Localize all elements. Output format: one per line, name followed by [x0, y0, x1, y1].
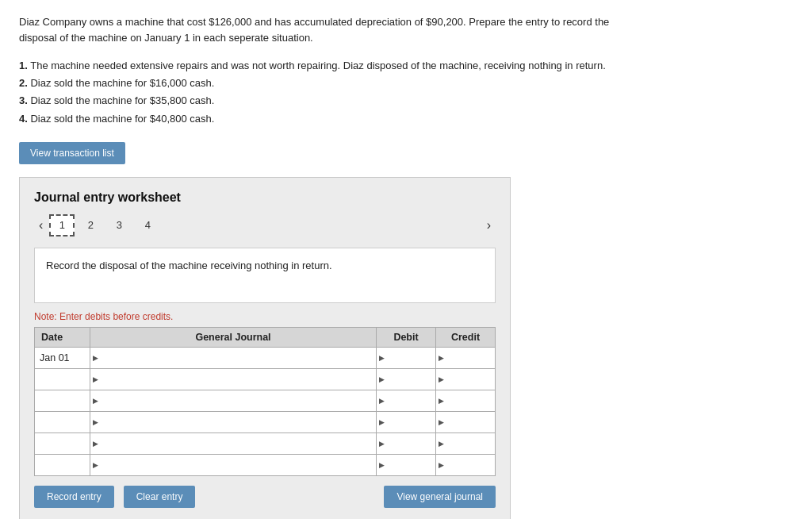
journal-table: Date General Journal Debit Credit Jan 01… — [34, 327, 496, 476]
credit-cell[interactable]: ▶ — [436, 411, 496, 432]
table-row: ▶▶▶ — [35, 411, 496, 432]
table-row: ▶▶▶ — [35, 368, 496, 390]
clear-entry-button[interactable]: Clear entry — [124, 486, 196, 508]
note-text: Note: Enter debits before credits. — [34, 311, 496, 322]
record-entry-button[interactable]: Record entry — [34, 486, 114, 508]
date-cell — [35, 454, 90, 475]
arrow-icon: ▶ — [90, 354, 100, 362]
debit-cell[interactable]: ▶ — [377, 454, 436, 475]
situation-2: 2. Diaz sold the machine for $16,000 cas… — [19, 75, 793, 92]
arrow-icon: ▶ — [90, 418, 100, 426]
table-row: ▶▶▶ — [35, 432, 496, 454]
situation-4: 4. Diaz sold the machine for $40,800 cas… — [19, 110, 793, 128]
credit-cell[interactable]: ▶ — [436, 390, 496, 411]
header-debit: Debit — [377, 327, 436, 347]
header-credit: Credit — [436, 327, 496, 347]
general-journal-input[interactable] — [100, 348, 376, 368]
general-journal-input[interactable] — [100, 433, 376, 454]
situations-list: 1. The machine needed extensive repairs … — [19, 57, 793, 127]
debit-cell[interactable]: ▶ — [377, 411, 436, 432]
situation-3: 3. Diaz sold the machine for $35,800 cas… — [19, 92, 793, 110]
debit-input[interactable] — [385, 455, 435, 475]
debit-arrow-icon: ▶ — [377, 397, 385, 405]
debit-input[interactable] — [385, 412, 435, 432]
credit-arrow-icon: ▶ — [436, 354, 444, 362]
credit-cell[interactable]: ▶ — [436, 347, 496, 368]
credit-input[interactable] — [444, 369, 495, 390]
credit-cell[interactable]: ▶ — [436, 368, 496, 390]
instruction-box: Record the disposal of the machine recei… — [34, 248, 496, 303]
journal-cell[interactable]: ▶ — [90, 411, 377, 432]
table-row: Jan 01▶▶▶ — [35, 347, 496, 368]
debit-input[interactable] — [385, 369, 435, 390]
debit-arrow-icon: ▶ — [377, 375, 385, 383]
credit-input[interactable] — [444, 455, 495, 475]
tab-1[interactable]: 1 — [49, 214, 75, 236]
credit-arrow-icon: ▶ — [436, 375, 444, 383]
debit-arrow-icon: ▶ — [377, 461, 385, 469]
table-row: ▶▶▶ — [35, 454, 496, 475]
credit-arrow-icon: ▶ — [436, 461, 444, 469]
tab-2[interactable]: 2 — [78, 214, 103, 236]
general-journal-input[interactable] — [100, 390, 376, 411]
journal-cell[interactable]: ▶ — [90, 454, 377, 475]
tab-3[interactable]: 3 — [106, 214, 132, 236]
instruction-text: Record the disposal of the machine recei… — [46, 260, 332, 271]
credit-input[interactable] — [444, 412, 495, 432]
credit-arrow-icon: ▶ — [436, 440, 444, 448]
debit-arrow-icon: ▶ — [377, 440, 385, 448]
view-transaction-button[interactable]: View transaction list — [19, 142, 125, 164]
arrow-icon: ▶ — [90, 397, 100, 405]
journal-cell[interactable]: ▶ — [90, 347, 377, 368]
debit-cell[interactable]: ▶ — [377, 432, 436, 454]
debit-input[interactable] — [385, 348, 435, 368]
table-row: ▶▶▶ — [35, 390, 496, 411]
tab-next-button[interactable]: › — [482, 217, 496, 234]
credit-arrow-icon: ▶ — [436, 418, 444, 426]
date-cell — [35, 368, 90, 390]
credit-cell[interactable]: ▶ — [436, 454, 496, 475]
debit-cell[interactable]: ▶ — [377, 390, 436, 411]
debit-cell[interactable]: ▶ — [377, 368, 436, 390]
worksheet-title: Journal entry worksheet — [34, 190, 496, 205]
tab-4[interactable]: 4 — [135, 214, 160, 236]
arrow-icon: ▶ — [90, 461, 100, 469]
journal-cell[interactable]: ▶ — [90, 390, 377, 411]
journal-cell[interactable]: ▶ — [90, 432, 377, 454]
general-journal-input[interactable] — [100, 412, 376, 432]
credit-arrow-icon: ▶ — [436, 397, 444, 405]
credit-input[interactable] — [444, 390, 495, 411]
arrow-icon: ▶ — [90, 440, 100, 448]
date-cell: Jan 01 — [35, 347, 90, 368]
credit-input[interactable] — [444, 433, 495, 454]
journal-cell[interactable]: ▶ — [90, 368, 377, 390]
credit-cell[interactable]: ▶ — [436, 432, 496, 454]
header-general-journal: General Journal — [90, 327, 377, 347]
table-header-row: Date General Journal Debit Credit — [35, 327, 496, 347]
general-journal-input[interactable] — [100, 369, 376, 390]
general-journal-input[interactable] — [100, 455, 376, 475]
debit-arrow-icon: ▶ — [377, 418, 385, 426]
tab-navigation: ‹ 1 2 3 4 › — [34, 214, 496, 236]
arrow-icon: ▶ — [90, 375, 100, 383]
view-general-journal-button[interactable]: View general journal — [384, 486, 496, 508]
tab-prev-button[interactable]: ‹ — [34, 217, 48, 234]
debit-input[interactable] — [385, 433, 435, 454]
bottom-buttons: Record entry Clear entry View general jo… — [34, 486, 496, 508]
situation-1: 1. The machine needed extensive repairs … — [19, 57, 793, 75]
date-cell — [35, 411, 90, 432]
intro-paragraph: Diaz Company owns a machine that cost $1… — [19, 14, 793, 46]
credit-input[interactable] — [444, 348, 495, 368]
debit-arrow-icon: ▶ — [377, 354, 385, 362]
debit-input[interactable] — [385, 390, 435, 411]
date-cell — [35, 390, 90, 411]
journal-entry-worksheet: Journal entry worksheet ‹ 1 2 3 4 › Reco… — [19, 177, 511, 519]
debit-cell[interactable]: ▶ — [377, 347, 436, 368]
header-date: Date — [35, 327, 90, 347]
date-cell — [35, 432, 90, 454]
